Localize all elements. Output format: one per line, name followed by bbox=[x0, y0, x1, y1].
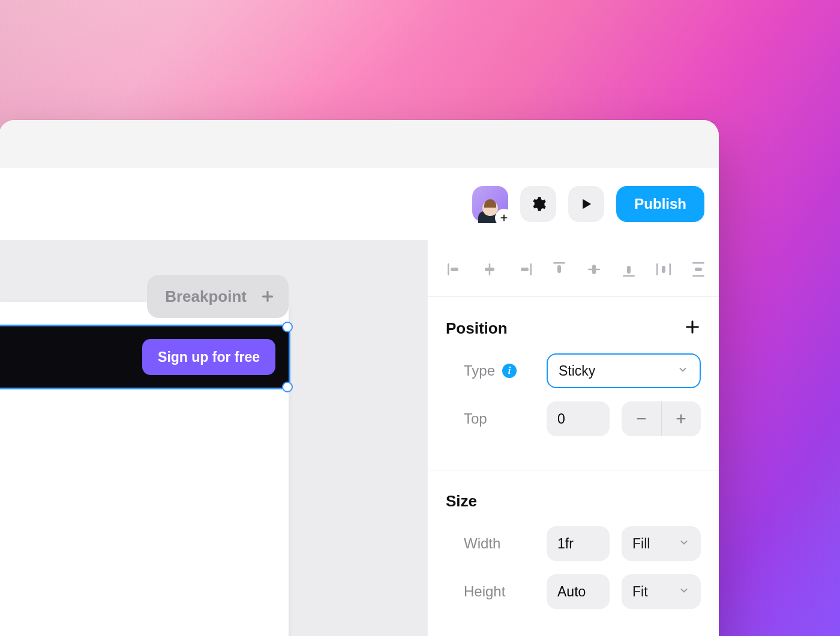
width-label: Width bbox=[446, 535, 535, 552]
height-input-field[interactable] bbox=[557, 584, 599, 600]
height-unit-select[interactable]: Fit bbox=[622, 574, 701, 609]
svg-rect-1 bbox=[451, 268, 458, 271]
position-add-button[interactable] bbox=[684, 319, 701, 338]
position-section-header: Position bbox=[446, 297, 701, 353]
svg-rect-5 bbox=[521, 268, 529, 271]
top-label: Top bbox=[446, 410, 535, 427]
breakpoint-chip[interactable]: Breakpoint bbox=[147, 275, 289, 318]
top-stepper bbox=[622, 401, 701, 436]
position-type-value: Sticky bbox=[559, 363, 595, 379]
top-decrement-button[interactable] bbox=[622, 401, 662, 436]
info-icon[interactable]: i bbox=[502, 364, 517, 378]
plus-icon bbox=[499, 213, 509, 223]
width-input[interactable] bbox=[547, 526, 610, 561]
width-input-field[interactable] bbox=[557, 536, 599, 552]
align-right-button[interactable] bbox=[515, 260, 533, 278]
svg-rect-17 bbox=[695, 268, 702, 271]
align-hcenter-button[interactable] bbox=[481, 260, 499, 278]
svg-rect-16 bbox=[692, 275, 704, 277]
preview-button[interactable] bbox=[568, 186, 604, 222]
distribute-v-button[interactable] bbox=[689, 260, 707, 278]
align-top-button[interactable] bbox=[550, 260, 568, 278]
align-vcenter-button[interactable] bbox=[585, 260, 603, 278]
svg-rect-15 bbox=[692, 262, 704, 264]
height-label: Height bbox=[446, 583, 535, 600]
publish-button[interactable]: Publish bbox=[616, 186, 704, 222]
chevron-down-icon bbox=[678, 536, 690, 552]
window-titlebar bbox=[0, 120, 719, 168]
user-avatar[interactable] bbox=[472, 186, 508, 222]
svg-rect-13 bbox=[670, 263, 671, 275]
distribute-h-button[interactable] bbox=[655, 260, 673, 278]
position-type-row: Type i Sticky bbox=[446, 353, 701, 388]
content-area: Breakpoint Sign up for free bbox=[0, 240, 719, 636]
svg-rect-9 bbox=[592, 265, 596, 274]
distribute-h-icon bbox=[655, 260, 673, 278]
breakpoint-label: Breakpoint bbox=[165, 287, 247, 306]
size-height-row: Height Fit bbox=[446, 574, 701, 609]
top-input-field[interactable] bbox=[557, 411, 599, 427]
selected-element[interactable]: Sign up for free bbox=[0, 326, 289, 388]
app-window: Publish Breakpoint Sign up for free bbox=[0, 120, 719, 636]
align-left-button[interactable] bbox=[446, 260, 464, 278]
signup-button[interactable]: Sign up for free bbox=[142, 339, 275, 375]
avatar-add-badge[interactable] bbox=[496, 210, 512, 226]
top-toolbar: Publish bbox=[0, 168, 719, 240]
chevron-down-icon bbox=[678, 584, 690, 600]
inspector-panel: Position Type i Sticky Top bbox=[427, 240, 719, 636]
size-heading: Size bbox=[446, 492, 477, 511]
position-type-select[interactable]: Sticky bbox=[547, 353, 701, 388]
svg-rect-12 bbox=[656, 263, 658, 275]
size-width-row: Width Fill bbox=[446, 526, 701, 561]
plus-icon bbox=[684, 319, 701, 335]
svg-rect-0 bbox=[448, 263, 449, 275]
height-unit-value: Fit bbox=[632, 584, 648, 600]
svg-rect-4 bbox=[530, 263, 532, 275]
distribute-v-icon bbox=[689, 260, 707, 278]
gear-icon bbox=[530, 196, 547, 212]
align-left-icon bbox=[446, 260, 464, 278]
width-unit-select[interactable]: Fill bbox=[622, 526, 701, 561]
top-increment-button[interactable] bbox=[662, 401, 701, 436]
settings-button[interactable] bbox=[520, 186, 556, 222]
align-vcenter-icon bbox=[585, 260, 603, 278]
svg-rect-10 bbox=[623, 275, 635, 277]
minus-icon bbox=[635, 412, 648, 425]
align-hcenter-icon bbox=[481, 260, 499, 278]
svg-rect-11 bbox=[627, 266, 631, 274]
width-unit-value: Fill bbox=[632, 536, 650, 552]
add-breakpoint-button[interactable] bbox=[257, 286, 278, 307]
svg-rect-14 bbox=[662, 266, 665, 273]
plus-icon bbox=[260, 289, 275, 304]
chevron-down-icon bbox=[677, 363, 689, 379]
alignment-controls bbox=[446, 240, 701, 296]
svg-rect-3 bbox=[485, 268, 494, 271]
height-input[interactable] bbox=[547, 574, 610, 609]
top-input[interactable] bbox=[547, 401, 610, 436]
position-heading: Position bbox=[446, 319, 508, 338]
design-canvas[interactable]: Breakpoint Sign up for free bbox=[0, 240, 427, 636]
align-bottom-icon bbox=[620, 260, 638, 278]
play-icon bbox=[578, 196, 595, 212]
align-top-icon bbox=[550, 260, 568, 278]
align-right-icon bbox=[515, 260, 533, 278]
align-bottom-button[interactable] bbox=[620, 260, 638, 278]
position-top-row: Top bbox=[446, 401, 701, 436]
svg-rect-6 bbox=[553, 262, 565, 264]
type-label: Type i bbox=[446, 362, 535, 379]
size-section-header: Size bbox=[446, 470, 701, 526]
plus-icon bbox=[674, 412, 688, 425]
svg-rect-7 bbox=[557, 265, 561, 273]
